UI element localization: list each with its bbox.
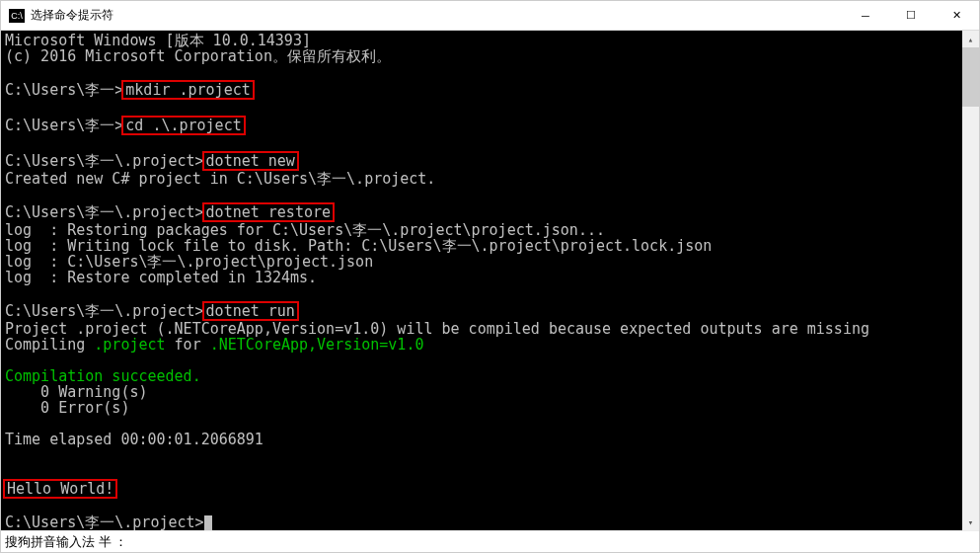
output-line: Microsoft Windows [版本 10.0.14393] <box>5 33 962 48</box>
prompt-line: C:\Users\李一\.project>dotnet run <box>5 301 962 321</box>
highlighted-command: dotnet new <box>202 151 299 171</box>
output-line: 0 Error(s) <box>5 400 962 416</box>
output-line: log : Writing lock file to disk. Path: C… <box>5 238 962 254</box>
prompt-line: C:\Users\李一\.project> <box>5 514 962 530</box>
output-line: Hello World! <box>5 479 962 499</box>
highlighted-command: dotnet restore <box>202 202 335 222</box>
ime-status-bar: 搜狗拼音输入法 半 ： <box>1 530 979 552</box>
terminal-output[interactable]: Microsoft Windows [版本 10.0.14393](c) 201… <box>1 31 962 530</box>
window-title: 选择命令提示符 <box>31 7 843 24</box>
highlighted-output: Hello World! <box>3 479 117 499</box>
success-line: Compilation succeeded. <box>5 368 962 384</box>
terminal-container: Microsoft Windows [版本 10.0.14393](c) 201… <box>1 31 979 530</box>
output-line: log : Restoring packages for C:\Users\李一… <box>5 222 962 238</box>
app-icon: C:\ <box>9 9 25 23</box>
vertical-scrollbar[interactable]: ▴ ▾ <box>962 31 979 530</box>
output-line: (c) 2016 Microsoft Corporation。保留所有权利。 <box>5 48 962 64</box>
titlebar[interactable]: C:\ 选择命令提示符 ─ ☐ ✕ <box>1 1 979 31</box>
scroll-thumb[interactable] <box>962 47 979 107</box>
maximize-button[interactable]: ☐ <box>888 1 934 31</box>
highlighted-command: dotnet run <box>202 301 299 321</box>
prompt-line: C:\Users\李一\.project>dotnet new <box>5 151 962 171</box>
prompt-line: C:\Users\李一>mkdir .project <box>5 80 962 100</box>
highlighted-command: mkdir .project <box>121 80 254 100</box>
minimize-button[interactable]: ─ <box>843 1 888 31</box>
output-line: Time elapsed 00:00:01.2066891 <box>5 432 962 447</box>
cursor <box>204 515 212 530</box>
window-controls: ─ ☐ ✕ <box>843 1 979 31</box>
output-line: log : C:\Users\李一\.project\project.json <box>5 254 962 270</box>
output-line: log : Restore completed in 1324ms. <box>5 270 962 285</box>
prompt-line: C:\Users\李一\.project>dotnet restore <box>5 202 962 222</box>
close-button[interactable]: ✕ <box>934 1 979 31</box>
window-frame: C:\ 选择命令提示符 ─ ☐ ✕ Microsoft Windows [版本 … <box>0 0 980 553</box>
output-line: Created new C# project in C:\Users\李一\.p… <box>5 171 962 187</box>
scroll-down-arrow[interactable]: ▾ <box>962 514 979 530</box>
output-line: Project .project (.NETCoreApp,Version=v1… <box>5 321 962 337</box>
highlighted-command: cd .\.project <box>121 116 245 135</box>
prompt-line: C:\Users\李一>cd .\.project <box>5 116 962 135</box>
output-line: Compiling .project for .NETCoreApp,Versi… <box>5 337 962 353</box>
scroll-up-arrow[interactable]: ▴ <box>962 31 979 47</box>
output-line: 0 Warning(s) <box>5 384 962 400</box>
